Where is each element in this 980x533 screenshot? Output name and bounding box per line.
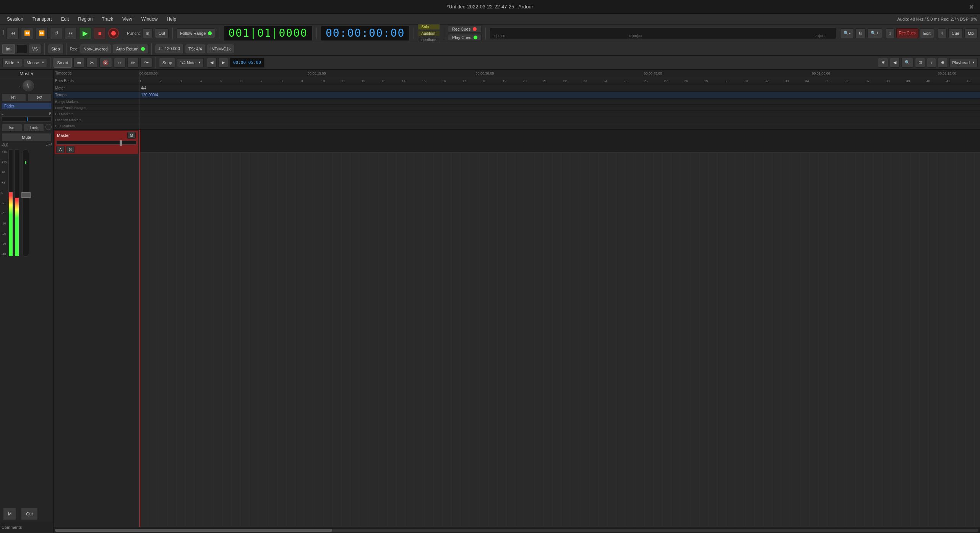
zoom-fit-button[interactable]: ⊡ — [855, 28, 866, 38]
fader-handle[interactable] — [21, 192, 31, 198]
fader-item[interactable]: Fader — [2, 103, 52, 109]
stretch-tool[interactable]: ↔ — [114, 58, 126, 68]
mix-button[interactable]: Mix — [964, 28, 978, 38]
mute-button[interactable]: Mute — [2, 133, 52, 141]
cut-tool[interactable]: ✂ — [86, 58, 98, 68]
play-cues-button[interactable]: Play Cues — [448, 34, 482, 41]
audition-button[interactable]: Audition — [418, 31, 440, 36]
next-marker[interactable]: ▶ — [218, 58, 228, 68]
smart-button[interactable]: Smart — [54, 58, 71, 68]
tempo-display[interactable]: ♩ = 120.000 — [155, 44, 183, 54]
tempo-ruler-row: Tempo 120.000/4 — [54, 92, 980, 99]
playhead-select[interactable]: Playhead ▼ — [949, 58, 978, 67]
lock-button[interactable]: Lock — [24, 124, 44, 132]
h-scrollbar-thumb[interactable] — [55, 529, 332, 532]
master-a-button[interactable]: A — [56, 146, 65, 153]
int-button[interactable]: Int. — [2, 44, 15, 54]
cue-markers-label: Cue Markers — [54, 123, 140, 129]
forward-skip-button[interactable]: ⏩ — [36, 27, 48, 39]
non-layered-button[interactable]: Non-Layered — [80, 44, 111, 54]
zoom-in-button[interactable]: 🔍+ — [867, 28, 882, 38]
menu-region[interactable]: Region — [74, 16, 96, 23]
out-button[interactable]: Out — [21, 508, 38, 520]
zoom-in-btn2[interactable]: + — [927, 58, 936, 68]
range-tool[interactable]: ⇔ — [73, 58, 85, 68]
master-mini-fader[interactable] — [56, 141, 136, 145]
m-button[interactable]: M — [3, 508, 16, 520]
main-fader[interactable] — [22, 150, 29, 257]
timeline-body[interactable] — [140, 130, 980, 527]
vs-button[interactable]: VS — [29, 44, 41, 54]
zoom-out-btn2[interactable]: 🔍 — [901, 58, 913, 68]
scrollbar-area[interactable]: 1|00|00 16|00|00 31|0C — [490, 28, 836, 39]
sync-display[interactable]: INT/M-C1k — [207, 44, 234, 54]
menu-window[interactable]: Window — [138, 16, 162, 23]
mark-10: +10 — [2, 161, 7, 164]
solo-button[interactable]: Solo — [418, 24, 440, 30]
bar-39: 39 — [906, 79, 910, 83]
curve-tool[interactable]: 〜 — [140, 58, 153, 68]
cue-button[interactable]: Cue — [948, 28, 963, 38]
menu-bar: Session Transport Edit Region Track View… — [0, 14, 980, 24]
edit-button[interactable]: Edit — [920, 28, 934, 38]
iso-button[interactable]: Iso — [2, 124, 22, 132]
scroll-left-btn[interactable]: ◀ — [890, 58, 900, 68]
menu-view[interactable]: View — [118, 16, 136, 23]
o1-button[interactable]: Ø1 — [2, 94, 26, 101]
h-scrollbar[interactable] — [55, 529, 978, 532]
record-button[interactable] — [108, 28, 119, 39]
time-range-display[interactable]: 00:00:05:00 — [230, 58, 264, 68]
lr-slider[interactable] — [2, 116, 52, 122]
zoom-out-button[interactable]: 🔍- — [840, 28, 854, 38]
fader-item-area: Fader — [0, 102, 53, 110]
rec-cues-button[interactable]: Rec Cues — [448, 26, 482, 32]
comments-label[interactable]: Comments — [2, 525, 22, 530]
snap-button[interactable]: Snap — [159, 58, 176, 68]
zoom-fit-btn2[interactable]: ⊡ — [915, 58, 925, 68]
timecode-display[interactable]: 001|01|0000 — [223, 26, 312, 41]
toolbar-icon-left[interactable]: ! — [2, 29, 4, 37]
punch-in-button[interactable]: In — [142, 28, 153, 38]
follow-range-button[interactable]: Follow Range — [177, 28, 215, 38]
level-slider[interactable] — [16, 44, 27, 54]
o2-button[interactable]: Ø2 — [28, 94, 52, 101]
lock-circle[interactable] — [45, 124, 52, 130]
master-m-button[interactable]: M — [127, 132, 136, 139]
master-g-button[interactable]: G — [66, 146, 75, 153]
close-button[interactable]: ✕ — [969, 3, 974, 10]
back-button[interactable]: ⏪ — [21, 27, 33, 39]
punch-out-button[interactable]: Out — [155, 28, 169, 38]
time-display2[interactable]: 00:00:00:00 — [321, 26, 410, 41]
time-sig-display[interactable]: TS: 4/4 — [185, 44, 205, 54]
snap-value-select[interactable]: 1/4 Note ▼ — [177, 58, 204, 67]
stop-label-button[interactable]: Stop — [48, 44, 63, 54]
slide-select[interactable]: Slide ▼ — [2, 58, 22, 67]
menu-help[interactable]: Help — [163, 16, 180, 23]
scroll-label-1: 1|00|00 — [494, 34, 505, 38]
prev-marker[interactable]: ◀ — [207, 58, 217, 68]
rec-button-right[interactable]: Rec Cues — [896, 28, 918, 38]
mute-tool[interactable]: 🔇 — [99, 58, 112, 68]
stop-button[interactable]: ■ — [94, 27, 106, 39]
pencil-tool[interactable]: ✏ — [127, 58, 139, 68]
bars-beats-content: 1 2 3 4 5 6 7 8 9 10 11 12 13 14 — [140, 77, 980, 84]
forward-end-button[interactable]: ⏭ — [65, 27, 77, 39]
bottom-scrollbar[interactable] — [54, 527, 980, 533]
menu-session[interactable]: Session — [3, 16, 27, 23]
auto-return-indicator — [141, 47, 145, 51]
menu-track[interactable]: Track — [98, 16, 117, 23]
rewind-button[interactable]: ⏮ — [6, 27, 19, 39]
fader-zero-mark — [25, 161, 26, 164]
loop-button[interactable]: ↺ — [50, 27, 62, 39]
bar-42: 42 — [967, 79, 970, 83]
menu-transport[interactable]: Transport — [29, 16, 56, 23]
zoom-extra-btn[interactable]: ⊕ — [938, 58, 948, 68]
mouse-select[interactable]: Mouse ▼ — [24, 58, 47, 67]
auto-return-button[interactable]: Auto Return — [113, 44, 148, 54]
feedback-button[interactable]: Feedback — [418, 37, 440, 42]
bar-23: 23 — [583, 79, 587, 83]
master-knob[interactable] — [23, 80, 34, 91]
play-button[interactable]: ▶ — [79, 27, 91, 39]
asterisk-btn[interactable]: ✱ — [878, 58, 888, 68]
menu-edit[interactable]: Edit — [57, 16, 73, 23]
